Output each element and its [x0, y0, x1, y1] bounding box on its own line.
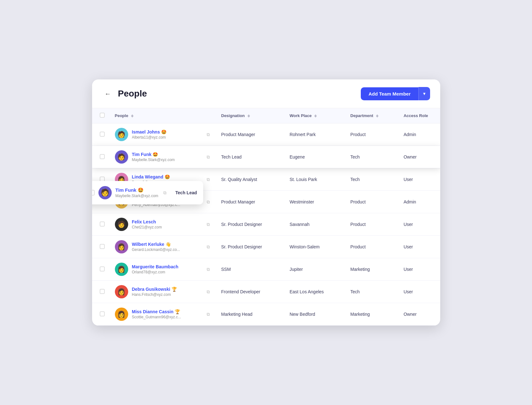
floating-person-info: Tim Funk 🤩 Maybelle.Stark@xyz.com	[116, 187, 159, 198]
copy-email-icon[interactable]: ⧉	[205, 310, 211, 318]
designation-cell: Product Manager	[216, 191, 285, 213]
person-avatar: 👩	[115, 240, 128, 253]
row-checkbox[interactable]	[100, 311, 105, 316]
access-role-cell: Admin	[398, 123, 440, 146]
department-sort-icon[interactable]	[376, 115, 379, 117]
workplace-cell: Savannah	[285, 213, 345, 236]
table-row: 🧑 Tim Funk 🤩 Maybelle.Stark@xyz.com ⧉ Te…	[92, 146, 440, 168]
table-row: 🧑 Ismael Johns 🤩 Alberta11@xyz.com ⧉ Pro…	[92, 123, 440, 146]
page-title: People	[118, 89, 147, 99]
access-role-cell: Owner	[398, 146, 440, 168]
col-header-department: Department	[345, 108, 398, 123]
add-team-member-button[interactable]: Add Team Member	[361, 87, 418, 100]
person-avatar: 👩	[115, 285, 128, 298]
row-checkbox-cell	[92, 281, 110, 303]
person-email: Gerard.Lockman0@xyz.co...	[132, 247, 195, 252]
copy-email-icon[interactable]: ⧉	[205, 198, 211, 206]
person-name: Tim Funk 🤩	[132, 152, 202, 157]
access-role-cell: User	[398, 213, 440, 236]
floating-card-checkbox[interactable]	[92, 190, 95, 196]
person-email: Chet21@xyz.com	[132, 225, 195, 229]
add-dropdown-button[interactable]: ▾	[418, 87, 430, 100]
designation-cell: SSM	[216, 258, 285, 281]
workplace-cell: Jupiter	[285, 258, 345, 281]
col-header-workplace: Work Place	[285, 108, 345, 123]
copy-email-icon[interactable]: ⧉	[205, 243, 211, 251]
header-right: Add Team Member ▾	[361, 87, 430, 100]
workplace-cell: Westminster	[285, 191, 345, 213]
copy-email-icon[interactable]: ⧉	[205, 131, 211, 139]
designation-cell: Sr. Product Designer	[216, 213, 285, 236]
person-email: Scottie_Gutmann96@xyz.c...	[132, 315, 195, 319]
header-left: ← People	[102, 89, 147, 99]
person-name: Debra Gusikowski 🏆	[132, 287, 202, 292]
row-checkbox-cell	[92, 123, 110, 146]
people-sort-icon[interactable]	[131, 115, 134, 117]
department-cell: Marketing	[345, 258, 398, 281]
access-role-cell: User	[398, 281, 440, 303]
access-role-cell: User	[398, 168, 440, 191]
person-cell: 🧑 Felix Lesch Chet21@xyz.com ⧉	[110, 213, 216, 236]
access-role-cell: Owner	[398, 303, 440, 326]
person-email: Maybelle.Stark@xyz.com	[132, 158, 195, 162]
row-checkbox[interactable]	[100, 244, 105, 249]
person-avatar: 👩	[115, 308, 128, 321]
table-row: 🧑 Felix Lesch Chet21@xyz.com ⧉ Sr. Produ…	[92, 213, 440, 236]
copy-email-icon[interactable]: ⧉	[205, 288, 211, 296]
row-checkbox-cell	[92, 303, 110, 326]
copy-email-icon[interactable]: ⧉	[205, 265, 211, 273]
row-checkbox[interactable]	[100, 289, 105, 294]
person-avatar: 🧑	[115, 150, 128, 164]
table-row: 👩 Marguerite Baumbach Orland78@xyz.com ⧉…	[92, 258, 440, 281]
designation-cell: Sr. Quality Analyst	[216, 168, 285, 191]
person-email: Alberta11@xyz.com	[132, 135, 195, 140]
col-header-designation: Designation	[216, 108, 285, 123]
copy-email-icon[interactable]: ⧉	[205, 221, 211, 228]
person-avatar: 🧑	[115, 128, 128, 141]
person-cell: 👩 Debra Gusikowski 🏆 Hans.Fritsch@xyz.co…	[110, 281, 216, 303]
workplace-cell: Eugene	[285, 146, 345, 168]
department-cell: Product	[345, 191, 398, 213]
person-avatar: 👩	[115, 263, 128, 276]
workplace-cell: New Bedford	[285, 303, 345, 326]
row-checkbox-cell	[92, 146, 110, 168]
person-info: Miss Dianne Cassin 🏆 Scottie_Gutmann96@x…	[132, 309, 202, 319]
row-checkbox[interactable]	[100, 154, 105, 159]
row-checkbox[interactable]	[100, 132, 105, 137]
row-checkbox-cell	[92, 236, 110, 258]
person-info: Ismael Johns 🤩 Alberta11@xyz.com	[132, 129, 202, 140]
person-name: Marguerite Baumbach	[132, 264, 202, 269]
page-header: ← People Add Team Member ▾	[92, 79, 440, 108]
copy-email-icon[interactable]: ⧉	[205, 176, 211, 184]
app-container: ← People Add Team Member ▾ People	[92, 79, 440, 326]
floating-person-name: Tim Funk 🤩	[116, 187, 159, 193]
access-role-cell: User	[398, 258, 440, 281]
floating-designation: Tech Lead	[175, 190, 197, 195]
workplace-cell: St. Louis Park	[285, 168, 345, 191]
table-row: 👩 Wilbert Kerluke 👋 Gerard.Lockman0@xyz.…	[92, 236, 440, 258]
access-role-cell: Admin	[398, 191, 440, 213]
person-email: Orland78@xyz.com	[132, 270, 195, 274]
department-cell: Marketing	[345, 303, 398, 326]
person-info: Marguerite Baumbach Orland78@xyz.com	[132, 264, 202, 274]
department-cell: Tech	[345, 281, 398, 303]
back-button[interactable]: ←	[102, 89, 114, 99]
table-row: 👩 Miss Dianne Cassin 🏆 Scottie_Gutmann96…	[92, 303, 440, 326]
col-header-access-role: Access Role	[398, 108, 440, 123]
workplace-cell: Rohnert Park	[285, 123, 345, 146]
department-cell: Tech	[345, 146, 398, 168]
person-name: Ismael Johns 🤩	[132, 129, 202, 134]
person-name: Wilbert Kerluke 👋	[132, 242, 202, 247]
designation-cell: Tech Lead	[216, 146, 285, 168]
table-row: 👩 Debra Gusikowski 🏆 Hans.Fritsch@xyz.co…	[92, 281, 440, 303]
row-checkbox[interactable]	[100, 266, 105, 271]
designation-cell: Marketing Head	[216, 303, 285, 326]
select-all-checkbox[interactable]	[100, 113, 105, 118]
workplace-sort-icon[interactable]	[314, 115, 317, 117]
person-cell: 👩 Marguerite Baumbach Orland78@xyz.com ⧉	[110, 258, 216, 281]
row-checkbox[interactable]	[100, 221, 105, 227]
floating-copy-icon[interactable]: ⧉	[162, 189, 168, 197]
designation-sort-icon[interactable]	[247, 115, 250, 117]
department-cell: Product	[345, 123, 398, 146]
copy-email-icon[interactable]: ⧉	[205, 153, 211, 161]
